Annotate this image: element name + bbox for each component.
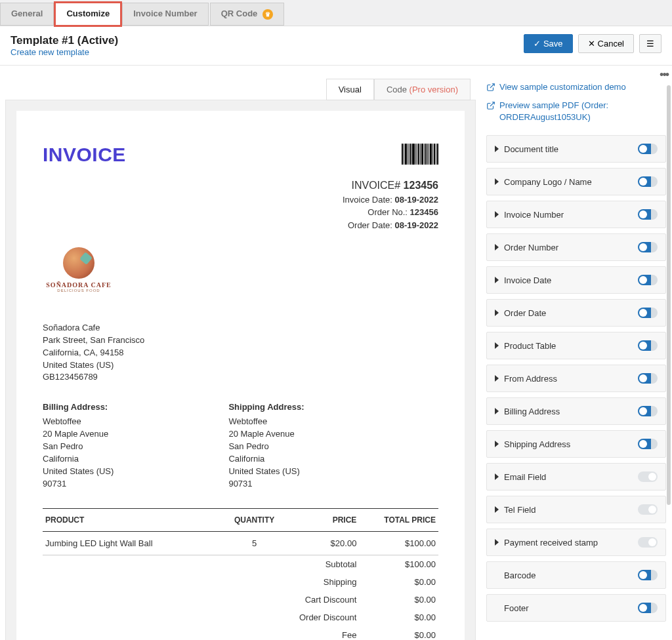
panel-row[interactable]: Barcode: [486, 561, 666, 589]
view-demo-label: View sample customization demo: [499, 81, 626, 93]
panel-label: Tel Field: [504, 505, 536, 515]
col-product: PRODUCT: [43, 509, 220, 532]
panel-label: Order Number: [504, 243, 558, 252]
toggle-switch[interactable]: [638, 504, 658, 515]
panel-row[interactable]: Footer: [486, 594, 666, 622]
panel-row[interactable]: Invoice Number: [486, 201, 666, 228]
toggle-switch[interactable]: [638, 308, 658, 318]
external-link-icon: [486, 83, 495, 92]
tab-qr-code[interactable]: QR Code ♛: [210, 3, 284, 26]
toggle-switch[interactable]: [638, 176, 658, 187]
toggle-switch[interactable]: [638, 144, 658, 154]
panel-label: From Address: [504, 374, 557, 384]
save-button[interactable]: ✓ Save: [524, 34, 573, 53]
toggle-switch[interactable]: [638, 603, 658, 613]
toggle-switch[interactable]: [638, 471, 658, 482]
toggle-switch[interactable]: [638, 209, 658, 220]
preview-surface: INVOICE INVOICE# 123456 Invoice Date: 08…: [5, 100, 476, 640]
billing-line1: 20 Maple Avenue: [43, 428, 228, 441]
panel-row[interactable]: Payment received stamp: [486, 529, 666, 556]
billing-country: United States (US): [43, 466, 228, 478]
panel-label: Document title: [504, 144, 558, 154]
billing-heading: Billing Address:: [43, 402, 228, 412]
preview-pdf-link[interactable]: Preview sample PDF (Order: ORDERAugust10…: [486, 100, 667, 123]
toggle-switch[interactable]: [638, 275, 658, 285]
tab-customize[interactable]: Customize: [55, 3, 121, 26]
shipping-city: San Pedro: [228, 441, 414, 453]
panel-label: Company Logo / Name: [504, 177, 592, 187]
invoice-meta: INVOICE# 123456 Invoice Date: 08-19-2022…: [43, 178, 438, 232]
preview-tab-code[interactable]: Code (Pro version): [374, 79, 471, 100]
panel-row[interactable]: Company Logo / Name: [486, 168, 666, 195]
col-price: PRICE: [288, 509, 360, 532]
cancel-button[interactable]: ✕ Cancel: [578, 34, 634, 53]
col-quantity: QUANTITY: [220, 509, 288, 532]
svg-line-0: [490, 83, 494, 87]
chevron-right-icon: [495, 539, 499, 546]
scrollbar[interactable]: [667, 85, 671, 505]
pro-version-label: (Pro version): [410, 85, 458, 94]
svg-line-1: [490, 102, 494, 106]
panel-label: Product Table: [504, 341, 556, 351]
invoice-title: INVOICE: [43, 144, 126, 166]
panel-row[interactable]: Tel Field: [486, 496, 666, 523]
top-tabs: General Customize Invoice Number QR Code…: [0, 0, 672, 26]
toggle-switch[interactable]: [638, 537, 658, 548]
panel-row[interactable]: Order Date: [486, 299, 666, 327]
from-address: Soñadora Cafe Park Street, San Francisco…: [43, 322, 438, 384]
from-line2: California, CA, 94158: [43, 347, 438, 359]
panel-label: Email Field: [504, 472, 546, 482]
order-no-value: 123456: [410, 207, 438, 217]
panel-row[interactable]: From Address: [486, 365, 666, 392]
save-button-label: Save: [543, 39, 563, 49]
panel-row[interactable]: Document title: [486, 135, 666, 163]
tab-invoice-number[interactable]: Invoice Number: [122, 3, 209, 26]
preview-tab-visual[interactable]: Visual: [326, 79, 374, 100]
toggle-switch[interactable]: [638, 242, 658, 252]
chevron-right-icon: [495, 375, 499, 382]
from-country: United States (US): [43, 359, 438, 372]
item-price: $20.00: [288, 532, 360, 555]
item-name: Jumbing LED Light Wall Ball: [43, 532, 220, 555]
close-icon: ✕: [588, 39, 595, 49]
product-table: PRODUCT QUANTITY PRICE TOTAL PRICE Jumbi…: [43, 508, 438, 640]
panel-row[interactable]: Order Number: [486, 233, 666, 261]
barcode-icon: [402, 144, 438, 165]
toggle-switch[interactable]: [638, 570, 658, 580]
tab-qr-code-label: QR Code: [221, 9, 258, 18]
more-menu-button[interactable]: ☰: [639, 34, 662, 53]
toggle-switch[interactable]: [638, 439, 658, 449]
view-demo-link[interactable]: View sample customization demo: [486, 81, 667, 93]
order-no-label: Order No.:: [368, 207, 408, 217]
page-title: Template #1 (Active): [10, 34, 118, 47]
chevron-right-icon: [495, 310, 499, 316]
panel-row[interactable]: Billing Address: [486, 397, 666, 425]
panel-row[interactable]: Shipping Address: [486, 430, 666, 458]
item-total: $100.00: [359, 532, 438, 555]
from-vat: GB123456789: [43, 371, 438, 384]
hamburger-icon: ☰: [646, 39, 654, 49]
panel-label: Billing Address: [504, 407, 560, 416]
shipping-name: Webtoffee: [228, 416, 414, 428]
panel-row[interactable]: Email Field: [486, 463, 666, 490]
chevron-right-icon: [495, 473, 499, 480]
drag-handle-icon[interactable]: •••: [660, 68, 668, 82]
toggle-switch[interactable]: [638, 406, 658, 416]
panel-row[interactable]: Product Table: [486, 332, 666, 359]
from-line1: Park Street, San Francisco: [43, 334, 438, 347]
create-template-link[interactable]: Create new template: [10, 47, 89, 57]
chevron-right-icon: [495, 342, 499, 349]
panel-label: Payment received stamp: [504, 538, 598, 548]
toggle-switch[interactable]: [638, 373, 658, 384]
order-discount-label: Order Discount: [288, 609, 360, 626]
panel-row[interactable]: Invoice Date: [486, 266, 666, 294]
fee-value: $0.00: [359, 626, 438, 640]
fee-label: Fee: [288, 626, 360, 640]
tab-general[interactable]: General: [0, 3, 54, 26]
billing-zip: 90731: [43, 478, 228, 490]
shipping-cost-label: Shipping: [288, 573, 360, 591]
toggle-switch[interactable]: [638, 340, 658, 351]
shipping-country: United States (US): [228, 466, 414, 478]
logo-tagline: DELICIOUS FOOD: [57, 289, 100, 292]
subtotal-label: Subtotal: [288, 555, 360, 574]
